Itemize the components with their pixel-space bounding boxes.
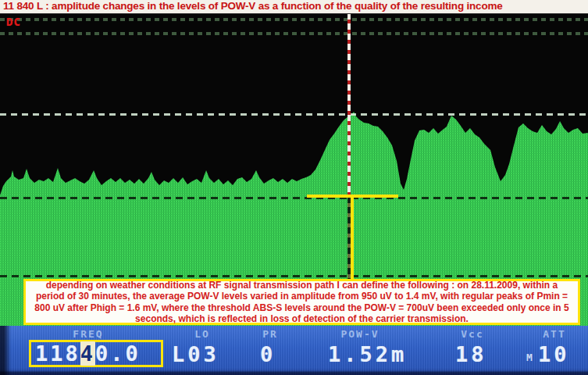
pow-v-label: POW-V [340, 328, 379, 340]
pow-v-value: 1.52m [328, 342, 407, 366]
pr-label: PR [262, 328, 278, 340]
lower-dashed-line [0, 275, 588, 277]
page-title: 11 840 L : amplitude changes in the leve… [0, 0, 588, 12]
pr-value: 0 [260, 342, 276, 366]
dc-mode-indicator: DC [6, 16, 21, 28]
frequency-input[interactable]: 11840.0 [29, 340, 163, 367]
vcc-value: 18 [455, 342, 487, 366]
att-label: ATT [543, 328, 565, 340]
lo-label: LO [194, 328, 210, 340]
status-bar: FREQ LO PR POW-V Vcc ATT 11840.0 L03 0 1… [0, 326, 588, 375]
lo-value: L03 [172, 342, 219, 366]
device-screen: 11 840 L : amplitude changes in the leve… [0, 0, 588, 375]
annotation-box: depending on weather conditions at RF si… [23, 279, 580, 325]
title-bar: 11 840 L : amplitude changes in the leve… [0, 0, 588, 14]
freq-label: FREQ [73, 328, 103, 340]
vcc-label: Vcc [461, 328, 483, 340]
marker-crosshair-vertical[interactable] [351, 196, 354, 279]
att-mode-prefix: M [526, 352, 533, 363]
frequency-edit-cursor[interactable]: 4 [80, 341, 95, 366]
reference-dashed-line [0, 113, 588, 116]
annotation-text: depending on weather conditions at RF si… [26, 280, 578, 324]
frequency-cursor-line[interactable] [347, 13, 351, 197]
att-value: 10 [538, 342, 570, 366]
threshold-dashed-line [0, 197, 588, 199]
frequency-value: 11840.0 [35, 341, 141, 366]
